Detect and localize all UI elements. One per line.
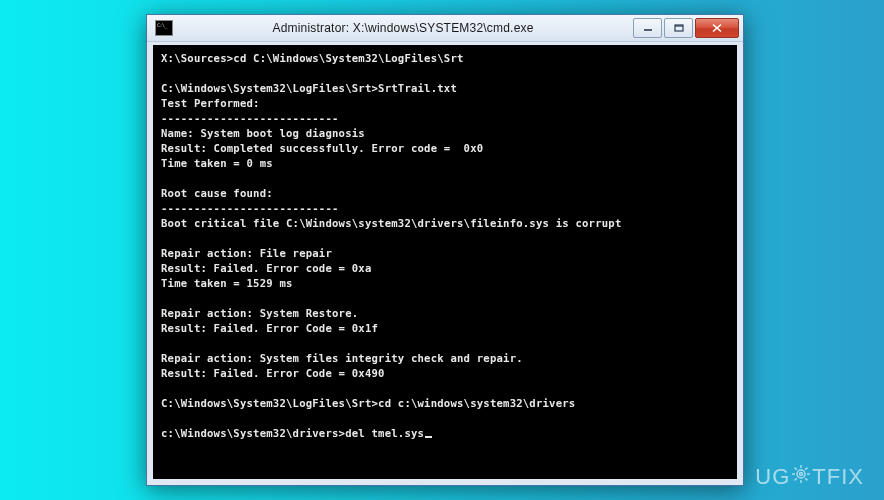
close-button[interactable] [695, 18, 739, 38]
cmd-window: Administrator: X:\windows\SYSTEM32\cmd.e… [146, 14, 744, 486]
svg-line-12 [806, 478, 808, 480]
window-title: Administrator: X:\windows\SYSTEM32\cmd.e… [173, 21, 633, 35]
maximize-button[interactable] [664, 18, 693, 38]
svg-line-11 [795, 468, 797, 470]
window-controls [633, 18, 739, 38]
titlebar[interactable]: Administrator: X:\windows\SYSTEM32\cmd.e… [147, 15, 743, 42]
desktop-background: Administrator: X:\windows\SYSTEM32\cmd.e… [0, 0, 884, 500]
watermark-suffix: TFIX [812, 464, 864, 490]
maximize-icon [674, 24, 684, 32]
svg-point-6 [800, 473, 803, 476]
gear-icon [791, 464, 811, 490]
cmd-icon [155, 20, 173, 36]
svg-line-13 [795, 478, 797, 480]
terminal-output[interactable]: X:\Sources>cd C:\Windows\System32\LogFil… [153, 45, 737, 479]
watermark-prefix: UG [755, 464, 790, 490]
svg-point-5 [797, 470, 805, 478]
watermark-logo: UG TFIX [755, 464, 864, 490]
svg-line-14 [806, 468, 808, 470]
close-icon [711, 23, 723, 33]
minimize-icon [643, 24, 653, 32]
minimize-button[interactable] [633, 18, 662, 38]
